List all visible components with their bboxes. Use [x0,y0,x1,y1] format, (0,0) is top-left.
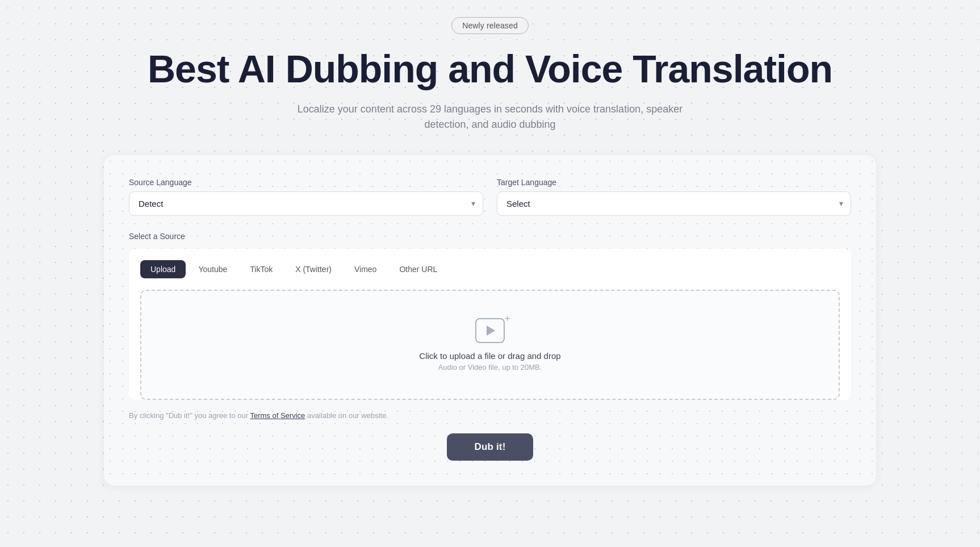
tabs-wrapper: Upload Youtube TikTok X (Twitter) Vimeo … [129,249,851,400]
video-upload-icon [475,318,505,343]
tab-youtube[interactable]: Youtube [188,260,237,278]
main-card: Source Language Detect English Spanish F… [104,155,876,486]
terms-suffix: available on our website. [305,411,388,420]
terms-prefix: By clicking "Dub it!" you agree to our [129,411,250,420]
dub-button-wrapper: Dub it! [129,433,851,461]
target-language-select-wrapper: Select English Spanish French German Chi… [497,191,851,216]
upload-icon-wrapper: + [475,318,505,343]
badge-label: Newly released [462,21,518,30]
select-source-label: Select a Source [129,232,851,241]
tab-other-url[interactable]: Other URL [389,260,447,278]
tab-upload[interactable]: Upload [140,260,186,278]
upload-dropzone[interactable]: + Click to upload a file or drag and dro… [140,290,840,400]
tab-twitter[interactable]: X (Twitter) [285,260,342,278]
source-language-select[interactable]: Detect English Spanish French German Chi… [129,191,483,216]
subtitle: Localize your content across 29 language… [274,102,706,132]
dub-it-button[interactable]: Dub it! [447,433,533,461]
plus-badge-icon: + [504,314,510,324]
language-row: Source Language Detect English Spanish F… [129,178,851,216]
upload-title: Click to upload a file or drag and drop [419,351,560,361]
target-language-group: Target Language Select English Spanish F… [497,178,851,216]
terms-of-service-link[interactable]: Terms of Service [250,411,305,420]
source-language-select-wrapper: Detect English Spanish French German Chi… [129,191,483,216]
page-wrapper: Newly released Best AI Dubbing and Voice… [93,17,887,486]
tab-vimeo[interactable]: Vimeo [344,260,387,278]
play-triangle-icon [487,325,495,336]
newly-released-badge: Newly released [451,17,529,34]
source-language-label: Source Language [129,178,483,187]
terms-text: By clicking "Dub it!" you agree to our T… [129,411,851,420]
tab-tiktok[interactable]: TikTok [240,260,283,278]
source-language-group: Source Language Detect English Spanish F… [129,178,483,216]
target-language-label: Target Language [497,178,851,187]
main-title: Best AI Dubbing and Voice Translation [148,48,832,90]
tabs-row: Upload Youtube TikTok X (Twitter) Vimeo … [140,260,840,278]
target-language-select[interactable]: Select English Spanish French German Chi… [497,191,851,216]
select-source-section: Select a Source Upload Youtube TikTok X … [129,232,851,400]
upload-subtitle: Audio or Video file, up to 20MB. [438,363,542,371]
